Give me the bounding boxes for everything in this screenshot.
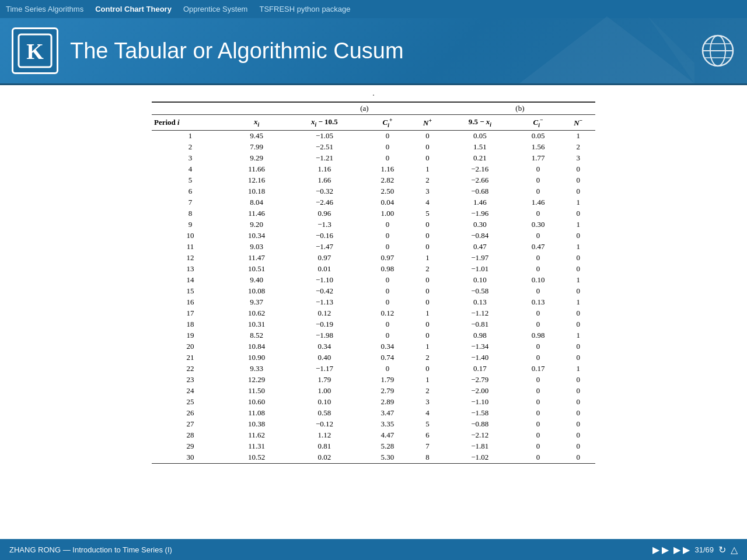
table-cell: 0 bbox=[515, 341, 561, 352]
col-ci-plus: Ci+ bbox=[365, 115, 411, 131]
table-cell: 0.17 bbox=[445, 363, 515, 374]
table-cell: 5 bbox=[152, 175, 229, 186]
table-cell: 0 bbox=[410, 363, 445, 374]
table-cell: 0 bbox=[515, 286, 561, 297]
table-cell: 0 bbox=[515, 308, 561, 319]
table-cell: 1 bbox=[561, 297, 595, 308]
col-95-xi: 9.5 − xi bbox=[445, 115, 515, 131]
table-cell: 0.96 bbox=[284, 208, 365, 219]
table-cell: 0.10 bbox=[284, 397, 365, 408]
table-cell: −1.05 bbox=[284, 130, 365, 142]
nav-item-tsfresh[interactable]: TSFRESH python package bbox=[259, 5, 350, 13]
table-cell: 0 bbox=[561, 175, 595, 186]
table-cell: 0 bbox=[515, 230, 561, 242]
table-cell: 12 bbox=[152, 253, 229, 264]
table-cell: −0.16 bbox=[284, 230, 365, 242]
table-cell: 0 bbox=[365, 319, 411, 330]
table-cell: 1.79 bbox=[365, 374, 411, 386]
table-cell: −2.12 bbox=[445, 430, 515, 441]
col-n-minus: N− bbox=[561, 115, 595, 131]
table-cell: −1.01 bbox=[445, 264, 515, 275]
table-cell: 0.47 bbox=[515, 242, 561, 253]
table-cell: 1.46 bbox=[445, 197, 515, 208]
table-cell: 20 bbox=[152, 341, 229, 352]
table-cell: 0 bbox=[515, 208, 561, 219]
svg-marker-7 bbox=[519, 16, 694, 83]
table-cell: 10.31 bbox=[229, 319, 284, 330]
nav-zoom-icon[interactable]: △ bbox=[731, 544, 738, 555]
table-cell: 10.84 bbox=[229, 341, 284, 352]
nav-item-opprentice[interactable]: Opprentice System bbox=[183, 5, 248, 13]
table-cell: 7 bbox=[152, 197, 229, 208]
table-cell: −0.32 bbox=[284, 186, 365, 197]
table-cell: 0.10 bbox=[515, 275, 561, 286]
table-cell: 0.05 bbox=[515, 130, 561, 142]
table-cell: 3.47 bbox=[365, 408, 411, 419]
table-cell: 0 bbox=[515, 397, 561, 408]
table-cell: 1 bbox=[561, 363, 595, 374]
nav-item-time-series[interactable]: Time Series Algorithms bbox=[6, 5, 83, 13]
table-cell: 2 bbox=[152, 142, 229, 153]
table-cell: −1.98 bbox=[284, 330, 365, 341]
table-cell: 0 bbox=[515, 253, 561, 264]
table-cell: 0 bbox=[410, 319, 445, 330]
table-cell: 11.08 bbox=[229, 408, 284, 419]
table-cell: 2 bbox=[410, 352, 445, 363]
globe-icon bbox=[700, 33, 735, 68]
nav-next-icon[interactable]: ▶ ▶ bbox=[673, 544, 690, 555]
nav-end-icon[interactable]: ↻ bbox=[718, 544, 726, 555]
table-cell: 2.50 bbox=[365, 186, 411, 197]
table-cell: 10.52 bbox=[229, 452, 284, 464]
table-cell: 8.04 bbox=[229, 197, 284, 208]
table-cell: 1 bbox=[561, 275, 595, 286]
table-cell: −1.58 bbox=[445, 408, 515, 419]
table-cell: 16 bbox=[152, 297, 229, 308]
table-cell: 0 bbox=[365, 219, 411, 230]
table-cell: 0 bbox=[515, 374, 561, 386]
table-cell: 27 bbox=[152, 419, 229, 430]
table-cell: 10.34 bbox=[229, 230, 284, 242]
table-cell: 0 bbox=[410, 286, 445, 297]
table-cell: 11.50 bbox=[229, 386, 284, 397]
table-cell: −1.34 bbox=[445, 341, 515, 352]
table-cell: 2 bbox=[410, 175, 445, 186]
footer-navigation: ▶ ▶ ▶ ▶ 31/69 ↻ △ bbox=[652, 544, 738, 555]
table-cell: 0 bbox=[561, 441, 595, 452]
nav-prev-icon[interactable]: ▶ ▶ bbox=[652, 544, 669, 555]
table-cell: 0 bbox=[515, 319, 561, 330]
table-cell: −1.02 bbox=[445, 452, 515, 464]
table-cell: 0 bbox=[515, 186, 561, 197]
table-cell: −2.79 bbox=[445, 374, 515, 386]
table-cell: 1.56 bbox=[515, 142, 561, 153]
table-cell: 0 bbox=[561, 452, 595, 464]
table-cell: 6 bbox=[410, 430, 445, 441]
table-cell: 0 bbox=[561, 208, 595, 219]
table-cell: 4 bbox=[410, 408, 445, 419]
table-cell: 0 bbox=[410, 142, 445, 153]
table-cell: 5.28 bbox=[365, 441, 411, 452]
table-cell: 0.10 bbox=[445, 275, 515, 286]
table-cell: 9 bbox=[152, 219, 229, 230]
table-cell: 8.52 bbox=[229, 330, 284, 341]
table-cell: −1.47 bbox=[284, 242, 365, 253]
table-cell: 0 bbox=[561, 341, 595, 352]
table-cell: 2.79 bbox=[365, 386, 411, 397]
table-cell: 3 bbox=[152, 153, 229, 164]
table-cell: 0.05 bbox=[445, 130, 515, 142]
table-cell: 0 bbox=[515, 430, 561, 441]
nav-item-control-chart[interactable]: Control Chart Theory bbox=[95, 5, 172, 13]
table-cell: 0 bbox=[561, 430, 595, 441]
page-number: 31/69 bbox=[694, 545, 714, 554]
table-cell: 1 bbox=[410, 253, 445, 264]
table-cell: −0.84 bbox=[445, 230, 515, 242]
top-navigation: Time Series Algorithms Control Chart The… bbox=[0, 0, 747, 18]
table-cell: −1.10 bbox=[284, 275, 365, 286]
table-cell: 1 bbox=[410, 341, 445, 352]
logo-icon: K bbox=[18, 33, 53, 68]
table-cell: 1.16 bbox=[284, 164, 365, 175]
table-cell: 5.30 bbox=[365, 452, 411, 464]
table-cell: 7 bbox=[410, 441, 445, 452]
dot-marker: · bbox=[152, 91, 595, 100]
table-cell: 0 bbox=[410, 297, 445, 308]
table-cell: 1 bbox=[561, 219, 595, 230]
